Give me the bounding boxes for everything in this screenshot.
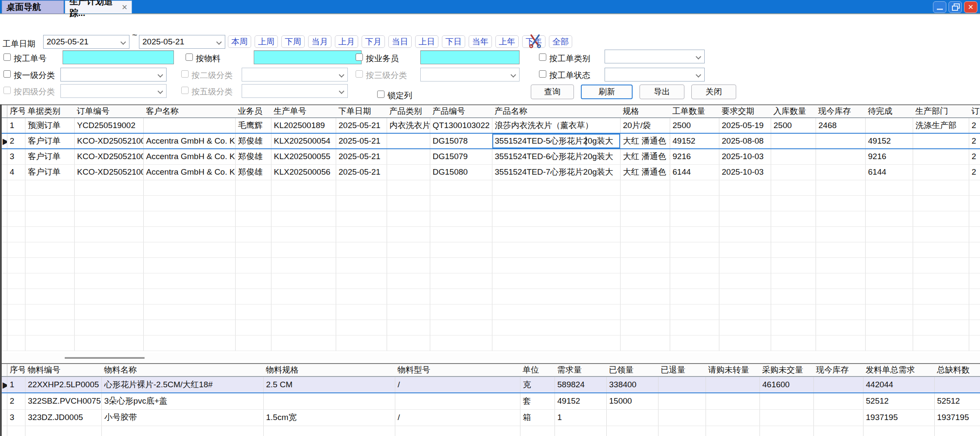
- table-cell[interactable]: 2025-10-03: [719, 164, 771, 180]
- table-cell[interactable]: [813, 393, 863, 409]
- column-header[interactable]: 产品编号: [430, 105, 492, 118]
- column-header[interactable]: 采购未交量: [759, 364, 813, 376]
- table-cell[interactable]: 客户订单: [25, 133, 74, 149]
- table-cell[interactable]: Accentra GmbH & Co. KG: [143, 149, 235, 164]
- column-header[interactable]: 单位: [520, 364, 555, 376]
- table-cell[interactable]: 1: [7, 118, 25, 133]
- column-header[interactable]: 要求交期: [719, 105, 771, 118]
- table-cell[interactable]: 2025-05-21: [336, 149, 387, 164]
- table-row[interactable]: 4客户订单KCO-XD250521000Accentra GmbH & Co. …: [0, 164, 980, 180]
- by-order-type-checkbox[interactable]: [539, 53, 546, 61]
- table-cell[interactable]: 49152: [555, 393, 606, 409]
- table-cell[interactable]: 323DZ.JD0005: [25, 409, 101, 426]
- by-order-no-checkbox[interactable]: [3, 53, 11, 61]
- column-header[interactable]: 已领量: [606, 364, 658, 376]
- table-cell[interactable]: 3: [7, 409, 25, 426]
- table-cell[interactable]: [706, 393, 759, 409]
- cat1-combobox[interactable]: [60, 68, 167, 82]
- date-to-combobox[interactable]: 2025-05-21: [139, 35, 225, 49]
- quick-range-button[interactable]: 上日: [415, 35, 438, 48]
- chevron-down-icon[interactable]: [158, 72, 163, 78]
- table-cell[interactable]: 小号胶带: [101, 409, 263, 426]
- table-cell[interactable]: 2025-10-03: [719, 149, 771, 164]
- chevron-down-icon[interactable]: [510, 72, 516, 78]
- table-cell[interactable]: 2025-05-21: [336, 164, 387, 180]
- table-cell[interactable]: 大红 潘通色：: [620, 133, 670, 149]
- column-header[interactable]: 入库数量: [771, 105, 816, 118]
- column-header[interactable]: 现今库存: [816, 105, 865, 118]
- table-cell[interactable]: 郑俊雄: [235, 164, 271, 180]
- table-cell[interactable]: 6144: [670, 164, 719, 180]
- quick-range-button[interactable]: 当日: [388, 35, 412, 48]
- table-cell[interactable]: 4: [7, 164, 25, 180]
- table-cell[interactable]: 心形花片裸片-2.5CM/大红18#: [101, 376, 263, 393]
- table-cell[interactable]: 2025-08-08: [719, 133, 771, 149]
- quick-range-button[interactable]: 本周: [228, 35, 251, 48]
- table-cell[interactable]: 毛鹰辉: [235, 118, 271, 133]
- cat4-combobox[interactable]: [60, 84, 167, 98]
- column-header[interactable]: 客户名称: [143, 105, 235, 118]
- column-header[interactable]: 序号: [7, 105, 25, 118]
- by-cat4-checkbox[interactable]: [3, 87, 11, 94]
- column-header[interactable]: 现今库存: [813, 364, 863, 376]
- column-header[interactable]: 单据类别: [25, 105, 74, 118]
- table-cell[interactable]: 9216: [670, 149, 719, 164]
- chevron-down-icon[interactable]: [339, 88, 344, 94]
- table-cell[interactable]: 2468: [816, 118, 865, 133]
- table-cell[interactable]: 3朵心形pvc底+盖: [101, 393, 263, 409]
- chevron-down-icon[interactable]: [158, 88, 163, 94]
- table-cell[interactable]: 客户订单: [25, 164, 74, 180]
- order-status-combobox[interactable]: [605, 68, 705, 82]
- tab-desktop-navigation[interactable]: 桌面导航: [2, 0, 64, 14]
- table-cell[interactable]: KLX202500056: [271, 164, 336, 180]
- table-cell[interactable]: 2500: [771, 118, 816, 133]
- table-cell[interactable]: 1.5cm宽: [263, 409, 395, 426]
- table-row[interactable]: 3323DZ.JD0005小号胶带1.5cm宽/箱119371951937195: [0, 409, 980, 426]
- table-cell[interactable]: KCO-XD250521000: [74, 164, 143, 180]
- table-cell[interactable]: 洗涤生产部: [913, 118, 969, 133]
- table-cell[interactable]: 2: [969, 149, 980, 164]
- table-cell[interactable]: 箱: [520, 409, 555, 426]
- quick-range-button[interactable]: 全部: [549, 35, 572, 48]
- column-header[interactable]: 生产部门: [913, 105, 969, 118]
- cat3-combobox[interactable]: [420, 68, 520, 82]
- table-cell[interactable]: 3551524TED-7心形花片20g装大: [492, 164, 620, 180]
- table-cell[interactable]: 2.5 CM: [263, 376, 395, 393]
- column-header[interactable]: 下单日期: [336, 105, 387, 118]
- table-cell[interactable]: 郑俊雄: [235, 133, 271, 149]
- table-cell[interactable]: KL202500189: [271, 118, 336, 133]
- table-cell[interactable]: [658, 393, 706, 409]
- table-cell[interactable]: KLX202500055: [271, 149, 336, 164]
- column-header[interactable]: 发料单总需求: [863, 364, 934, 376]
- table-cell[interactable]: [395, 393, 520, 409]
- date-from-combobox[interactable]: 2025-05-21: [43, 35, 129, 49]
- table-cell[interactable]: 442044: [863, 376, 934, 393]
- table-cell[interactable]: /: [395, 409, 520, 426]
- table-cell[interactable]: [934, 376, 980, 393]
- table-cell[interactable]: 2: [969, 164, 980, 180]
- quick-range-button[interactable]: 上年: [495, 35, 519, 48]
- table-cell[interactable]: 预测订单: [25, 118, 74, 133]
- table-cell[interactable]: 郑俊雄: [235, 149, 271, 164]
- table-cell[interactable]: [816, 149, 865, 164]
- table-cell[interactable]: 22XXHP2.5LP0005: [25, 376, 101, 393]
- splitter[interactable]: [0, 353, 980, 363]
- table-cell[interactable]: [658, 409, 706, 426]
- by-cat5-checkbox[interactable]: [181, 87, 189, 94]
- table-cell[interactable]: DG15080: [430, 164, 492, 180]
- table-cell[interactable]: 49152: [865, 133, 913, 149]
- splitter-handle-icon[interactable]: [65, 357, 145, 359]
- column-header[interactable]: 物料规格: [263, 364, 395, 376]
- refresh-button[interactable]: 刷新: [581, 85, 633, 99]
- table-cell[interactable]: 1: [555, 409, 606, 426]
- table-cell[interactable]: [387, 133, 430, 149]
- table-cell[interactable]: 3551524TED-5心形花片20g装大: [492, 133, 620, 149]
- table-cell[interactable]: [143, 118, 235, 133]
- column-header[interactable]: 订: [969, 105, 980, 118]
- scissors-clear-icon[interactable]: [527, 33, 543, 49]
- table-cell[interactable]: [263, 393, 395, 409]
- table-cell[interactable]: 15000: [606, 393, 658, 409]
- table-cell[interactable]: DG15079: [430, 149, 492, 164]
- table-cell[interactable]: 2: [7, 133, 25, 149]
- column-header[interactable]: 待完成: [865, 105, 913, 118]
